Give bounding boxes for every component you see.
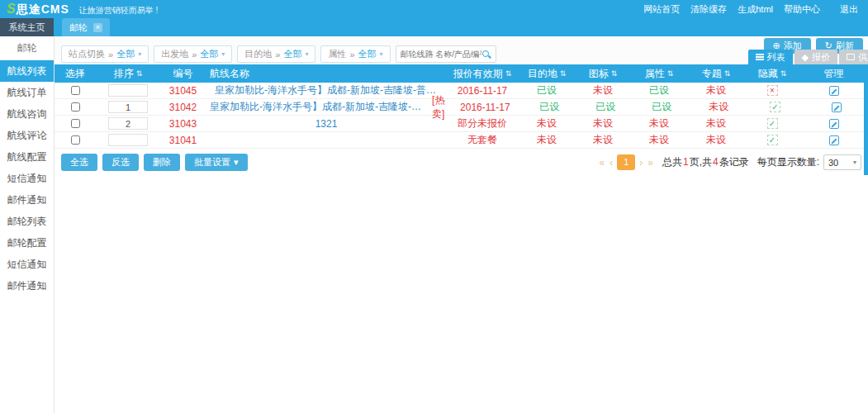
edit-icon[interactable] bbox=[829, 119, 839, 129]
route-code-link[interactable]: 31043 bbox=[169, 118, 197, 130]
valid-date: 2016-11-17 bbox=[446, 85, 519, 97]
route-code-link[interactable]: 31042 bbox=[169, 102, 197, 113]
next-page-button[interactable]: › bbox=[638, 157, 643, 169]
per-page-select[interactable]: 30 ▾ bbox=[823, 154, 861, 170]
hidden-toggle-icon[interactable]: ✓ bbox=[770, 102, 780, 112]
prev-page-button[interactable]: ‹ bbox=[609, 157, 614, 169]
sidebar-item-route-list[interactable]: 航线列表 bbox=[0, 60, 54, 82]
route-name-link[interactable]: 皇家加勒比-海洋水手号】成都-新加坡-吉隆坡-普吉岛-新加坡-成都 5晚6日游 bbox=[210, 100, 429, 114]
sidebar-item-cruise-list[interactable]: 邮轮列表 bbox=[0, 211, 54, 232]
nav-site-home[interactable]: 网站首页 bbox=[643, 3, 680, 16]
hidden-toggle-icon[interactable]: × bbox=[767, 85, 778, 96]
sidebar-item-route-inquiry[interactable]: 航线咨询 bbox=[0, 103, 54, 125]
tab-system-home[interactable]: 系统主页 bbox=[0, 18, 54, 36]
filter-destination[interactable]: 目的地 » 全部 ▾ bbox=[237, 45, 315, 63]
filter-separator: » bbox=[275, 50, 280, 59]
delete-button[interactable]: 删除 bbox=[144, 154, 180, 171]
sort-icon[interactable]: ⇅ bbox=[724, 69, 731, 78]
hidden-toggle-icon[interactable]: ✓ bbox=[767, 135, 778, 145]
route-code-link[interactable]: 31045 bbox=[169, 85, 197, 97]
view-list-button[interactable]: 列表 bbox=[748, 50, 793, 64]
topic-status: 未设 bbox=[687, 83, 745, 97]
nav-generate-html[interactable]: 生成html bbox=[738, 3, 773, 16]
view-quote-label: 报价 bbox=[812, 51, 830, 64]
route-code-link[interactable]: 31041 bbox=[169, 135, 197, 146]
sort-icon[interactable]: ⇅ bbox=[505, 69, 512, 78]
table-row: 31042 皇家加勒比-海洋水手号】成都-新加坡-吉隆坡-普吉岛-新加坡-成都 … bbox=[55, 99, 868, 116]
filter-value: 全部 bbox=[116, 48, 135, 60]
sort-icon[interactable]: ⇅ bbox=[780, 69, 787, 78]
row-checkbox[interactable] bbox=[71, 102, 80, 112]
col-valid-date[interactable]: 报价有效期⇅ bbox=[446, 67, 519, 81]
select-all-button[interactable]: 全选 bbox=[61, 154, 97, 171]
chevron-down-icon: ▾ bbox=[305, 50, 308, 58]
hidden-toggle-icon[interactable]: ✓ bbox=[767, 118, 778, 129]
icon-status: 未设 bbox=[575, 133, 631, 147]
search-input[interactable] bbox=[401, 50, 481, 59]
sort-icon[interactable]: ⇅ bbox=[560, 69, 567, 78]
sidebar-item-sms-notify-2[interactable]: 短信通知 bbox=[0, 254, 54, 275]
last-page-button[interactable]: » bbox=[647, 157, 654, 169]
sort-input[interactable] bbox=[108, 134, 148, 146]
attribute-status: 未设 bbox=[631, 133, 687, 147]
chevron-down-icon: ▾ bbox=[221, 50, 225, 58]
col-sort[interactable]: 排序⇅ bbox=[96, 67, 160, 81]
col-icon[interactable]: 图标⇅ bbox=[575, 67, 631, 81]
filter-label: 站点切换 bbox=[69, 48, 105, 60]
edit-icon[interactable] bbox=[829, 86, 839, 96]
col-hidden[interactable]: 隐藏⇅ bbox=[745, 67, 799, 81]
filter-site-switch[interactable]: 站点切换 » 全部 ▾ bbox=[61, 45, 149, 63]
col-code: 编号 bbox=[160, 67, 206, 81]
sort-input[interactable] bbox=[108, 84, 148, 97]
row-checkbox[interactable] bbox=[71, 135, 80, 145]
edit-icon[interactable] bbox=[832, 102, 842, 112]
filter-separator: » bbox=[108, 50, 113, 59]
valid-date: 部分未报价 bbox=[446, 116, 519, 131]
tab-cruise[interactable]: 邮轮 × bbox=[62, 18, 110, 36]
col-route-name: 航线名称 bbox=[206, 67, 446, 81]
icon-status: 未设 bbox=[575, 116, 631, 131]
sort-input[interactable] bbox=[108, 101, 148, 113]
nav-clear-cache[interactable]: 清除缓存 bbox=[690, 3, 727, 16]
attribute-status: 未设 bbox=[631, 116, 687, 131]
sort-icon[interactable]: ⇅ bbox=[667, 69, 674, 78]
col-manage: 管理 bbox=[799, 67, 868, 81]
edit-icon[interactable] bbox=[829, 135, 839, 145]
table-row: 31041 无套餐 未设 未设 未设 未设 ✓ bbox=[55, 132, 868, 149]
sidebar-item-mail-notify[interactable]: 邮件通知 bbox=[0, 189, 54, 211]
nav-logout[interactable]: 退出 bbox=[840, 3, 858, 16]
nav-help-center[interactable]: 帮助中心 bbox=[784, 3, 820, 16]
view-supplier-label: 供应商 bbox=[858, 51, 868, 64]
col-topic[interactable]: 专题⇅ bbox=[687, 67, 745, 81]
footer-bar: 全选 反选 删除 批量设置 ▾ « ‹ 1 › » bbox=[55, 149, 868, 171]
search-icon[interactable] bbox=[481, 50, 491, 59]
row-checkbox[interactable] bbox=[71, 86, 80, 95]
filter-departure[interactable]: 出发地 » 全部 ▾ bbox=[154, 45, 232, 63]
col-attribute[interactable]: 属性⇅ bbox=[631, 67, 687, 81]
sort-icon[interactable]: ⇅ bbox=[136, 69, 143, 78]
invert-selection-button[interactable]: 反选 bbox=[102, 154, 139, 171]
sort-icon[interactable]: ⇅ bbox=[611, 69, 618, 78]
sidebar-item-cruise-config[interactable]: 邮轮配置 bbox=[0, 232, 54, 254]
close-icon[interactable]: × bbox=[93, 23, 102, 32]
topic-status: 未设 bbox=[687, 133, 745, 147]
view-supplier-button[interactable]: 供应商 bbox=[839, 50, 868, 64]
first-page-button[interactable]: « bbox=[599, 157, 606, 169]
page-1-button[interactable]: 1 bbox=[617, 154, 635, 170]
col-destination[interactable]: 目的地⇅ bbox=[519, 67, 575, 81]
valid-date: 无套餐 bbox=[446, 133, 519, 147]
filter-attribute[interactable]: 属性 » 全部 ▾ bbox=[320, 45, 390, 63]
sidebar-item-route-comments[interactable]: 航线评论 bbox=[0, 125, 54, 146]
sort-input[interactable] bbox=[108, 117, 148, 130]
view-quote-button[interactable]: ◆ 报价 bbox=[794, 50, 837, 64]
sidebar-item-route-orders[interactable]: 航线订单 bbox=[0, 82, 54, 103]
filter-label: 出发地 bbox=[161, 48, 188, 60]
scrollbar[interactable] bbox=[864, 64, 868, 175]
row-checkbox[interactable] bbox=[71, 119, 80, 128]
route-name-link[interactable]: 1321 bbox=[315, 118, 338, 130]
batch-settings-button[interactable]: 批量设置 ▾ bbox=[185, 154, 248, 171]
sidebar-item-route-config[interactable]: 航线配置 bbox=[0, 146, 54, 168]
content-panel: 站点切换 » 全部 ▾ 出发地 » 全部 ▾ 目的地 » 全部 bbox=[55, 36, 868, 413]
sidebar-item-mail-notify-2[interactable]: 邮件通知 bbox=[0, 275, 54, 297]
sidebar-item-sms-notify[interactable]: 短信通知 bbox=[0, 168, 54, 189]
